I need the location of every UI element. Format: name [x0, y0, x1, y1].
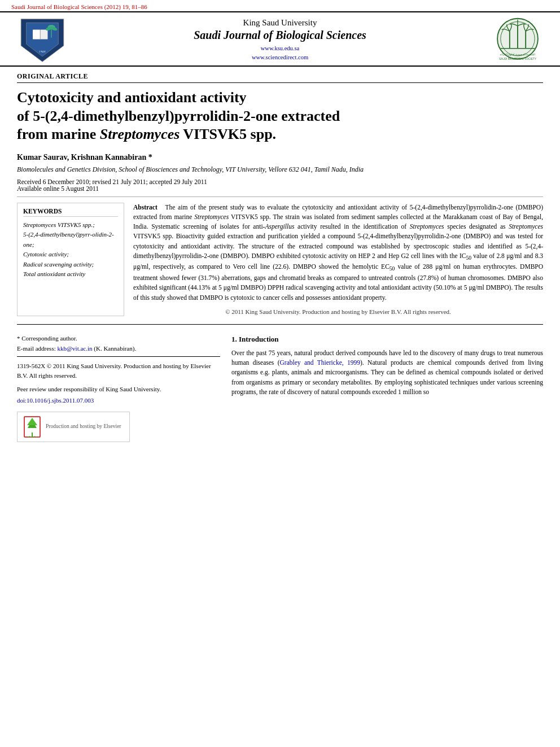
keywords-abstract-section: KEYWORDS Streptomyces VITSVK5 spp.; 5-(2…: [17, 203, 543, 317]
title-part2: of 5-(2,4-dimethylbenzyl)pyrrolidin-2-on…: [17, 108, 340, 124]
intro-section-title: Introduction: [239, 335, 279, 343]
elsevier-caption: Production and hosting by Elsevier: [46, 422, 121, 431]
issn-line: 1319-562X © 2011 King Saud University. P…: [17, 361, 220, 381]
corresponding-label: * Corresponding author.: [17, 334, 220, 344]
footnote-left: * Corresponding author. E-mail address: …: [17, 334, 220, 442]
dates-text: Received 6 December 2010; revised 21 Jul…: [17, 178, 207, 192]
email-label: E-mail address:: [17, 345, 56, 352]
kw-item-1: Streptomyces VITSVK5 spp.;: [23, 220, 118, 230]
authors: Kumar Saurav, Krishnan Kannabiran *: [17, 153, 543, 162]
journal-urls: www.ksu.edu.sa www.sciencedirect.com: [79, 44, 481, 62]
kw-item-3: Cytotoxic activity;: [23, 250, 118, 260]
grabley-ref[interactable]: Grabley and Thiericke, 1999: [280, 359, 360, 366]
doi-link[interactable]: doi:10.1016/j.sjbs.2011.07.003: [17, 397, 94, 404]
url2[interactable]: www.sciencedirect.com: [79, 53, 481, 62]
journal-header: ١٩٥٧ King Saud University Saudi Journal …: [0, 11, 560, 67]
header-center: King Saud University Saudi Journal of Bi…: [73, 15, 487, 65]
abstract-copyright: © 2011 King Saud University. Production …: [133, 307, 543, 317]
author-names: Kumar Saurav, Krishnan Kannabiran *: [17, 153, 152, 161]
abstract-label: Abstract: [133, 204, 158, 211]
elsevier-icon: [23, 416, 41, 438]
svg-rect-0: [33, 29, 40, 39]
affiliation: Biomolecules and Genetics Division, Scho…: [17, 165, 543, 174]
abstract-text: The aim of the present study was to eval…: [133, 204, 543, 301]
svg-text:١٩٥٧: ١٩٥٧: [39, 50, 46, 53]
article-type: ORIGINAL ARTICLE: [17, 72, 543, 83]
url1[interactable]: www.ksu.edu.sa: [79, 44, 481, 53]
main-content: ORIGINAL ARTICLE Cytotoxicity and antiox…: [0, 67, 560, 452]
peer-review-line: Peer review under responsibility of King…: [17, 385, 220, 395]
introduction-section: 1. Introduction Over the past 75 years, …: [231, 334, 543, 442]
email-person: (K. Kannabiran).: [94, 345, 136, 352]
elsevier-logo-box: Production and hosting by Elsevier: [17, 412, 130, 442]
svg-text:SAUDI BIOLOGICAL SOCIETY: SAUDI BIOLOGICAL SOCIETY: [499, 57, 537, 60]
email-line: E-mail address: kkb@vit.ac.in (K. Kannab…: [17, 344, 220, 354]
article-title: Cytotoxicity and antioxidant activity of…: [17, 89, 543, 144]
logo-sbs: الجمعية السعودية لعلوم الحياة SAUDI BIOL…: [487, 15, 549, 65]
kw-item-4: Radical scavenging activity;: [23, 260, 118, 270]
title-part4: VITSVK5 spp.: [180, 126, 276, 142]
email-link[interactable]: kkb@vit.ac.in: [57, 345, 92, 352]
svg-text:الجمعية السعودية لعلوم الحياة: الجمعية السعودية لعلوم الحياة: [500, 52, 536, 56]
intro-text: Over the past 75 years, natural product …: [231, 348, 543, 397]
keywords-title: KEYWORDS: [23, 208, 118, 217]
title-italic: Streptomyces: [100, 126, 180, 142]
journal-top-bar: Saudi Journal of Biological Sciences (20…: [0, 0, 560, 11]
university-name: King Saud University: [79, 18, 481, 28]
bottom-divider: [17, 324, 543, 325]
kw-item-2: 5-(2,4-dimethylbenzyl)pyrr-olidin-2-one;: [23, 230, 118, 250]
journal-title-header: Saudi Journal of Biological Sciences: [79, 29, 481, 42]
title-part3: from marine: [17, 126, 100, 142]
intro-title: 1. Introduction: [231, 334, 543, 345]
svg-rect-1: [40, 29, 47, 39]
kw-item-5: Total antioxidant activity: [23, 269, 118, 279]
title-part1: Cytotoxicity and antioxidant activity: [17, 89, 247, 106]
intro-section-number: 1.: [231, 335, 237, 343]
corresponding-note: * Corresponding author. E-mail address: …: [17, 334, 220, 356]
keywords-box: KEYWORDS Streptomyces VITSVK5 spp.; 5-(2…: [17, 203, 124, 317]
doi-line: doi:10.1016/j.sjbs.2011.07.003: [17, 396, 220, 406]
logo-ksu: ١٩٥٧: [11, 15, 73, 65]
footnote-section: * Corresponding author. E-mail address: …: [17, 329, 543, 447]
abstract-box: Abstract The aim of the present study wa…: [133, 203, 543, 317]
dates: Received 6 December 2010; revised 21 Jul…: [17, 178, 543, 197]
